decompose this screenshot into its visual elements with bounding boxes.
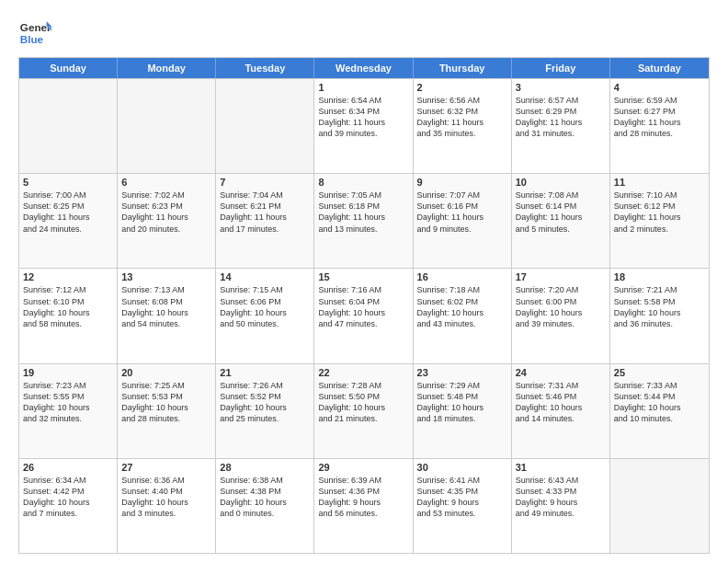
day-info: Sunrise: 6:43 AM Sunset: 4:33 PM Dayligh… <box>516 475 606 520</box>
cal-cell: 4Sunrise: 6:59 AM Sunset: 6:27 PM Daylig… <box>610 79 709 173</box>
day-info: Sunrise: 7:18 AM Sunset: 6:02 PM Dayligh… <box>417 284 507 329</box>
cal-cell <box>216 79 314 173</box>
day-info: Sunrise: 7:00 AM Sunset: 6:25 PM Dayligh… <box>23 190 113 235</box>
page: General Blue SundayMondayTuesdayWednesda… <box>0 0 728 563</box>
logo: General Blue <box>18 15 51 48</box>
day-number: 15 <box>318 271 408 282</box>
cal-cell: 2Sunrise: 6:56 AM Sunset: 6:32 PM Daylig… <box>414 79 512 173</box>
cal-cell: 7Sunrise: 7:04 AM Sunset: 6:21 PM Daylig… <box>216 174 314 268</box>
day-number: 16 <box>417 271 507 282</box>
day-info: Sunrise: 6:39 AM Sunset: 4:36 PM Dayligh… <box>318 475 408 520</box>
day-number: 31 <box>516 462 606 473</box>
header-day-sunday: Sunday <box>19 58 118 78</box>
cal-cell: 14Sunrise: 7:15 AM Sunset: 6:06 PM Dayli… <box>216 269 314 362</box>
day-number: 4 <box>614 82 705 93</box>
cal-cell <box>610 459 709 553</box>
day-info: Sunrise: 7:31 AM Sunset: 5:46 PM Dayligh… <box>516 380 606 425</box>
day-info: Sunrise: 6:54 AM Sunset: 6:34 PM Dayligh… <box>318 95 408 140</box>
calendar-row-4: 19Sunrise: 7:23 AM Sunset: 5:55 PM Dayli… <box>19 363 709 458</box>
header-day-monday: Monday <box>118 58 216 78</box>
day-number: 20 <box>121 367 211 378</box>
day-number: 10 <box>516 177 606 188</box>
day-number: 19 <box>23 367 113 378</box>
day-info: Sunrise: 7:07 AM Sunset: 6:16 PM Dayligh… <box>417 190 507 235</box>
calendar-row-5: 26Sunrise: 6:34 AM Sunset: 4:42 PM Dayli… <box>19 458 709 553</box>
day-number: 12 <box>23 271 113 282</box>
calendar-body: 1Sunrise: 6:54 AM Sunset: 6:34 PM Daylig… <box>19 78 709 553</box>
day-number: 9 <box>417 177 507 188</box>
day-number: 3 <box>516 82 606 93</box>
day-info: Sunrise: 7:04 AM Sunset: 6:21 PM Dayligh… <box>220 190 310 235</box>
day-info: Sunrise: 7:25 AM Sunset: 5:53 PM Dayligh… <box>121 380 211 425</box>
header: General Blue <box>18 15 710 48</box>
calendar-row-3: 12Sunrise: 7:12 AM Sunset: 6:10 PM Dayli… <box>19 268 709 362</box>
cal-cell: 3Sunrise: 6:57 AM Sunset: 6:29 PM Daylig… <box>512 79 610 173</box>
day-info: Sunrise: 6:36 AM Sunset: 4:40 PM Dayligh… <box>121 475 211 520</box>
calendar: SundayMondayTuesdayWednesdayThursdayFrid… <box>18 57 710 554</box>
cal-cell: 17Sunrise: 7:20 AM Sunset: 6:00 PM Dayli… <box>512 269 610 362</box>
day-info: Sunrise: 7:26 AM Sunset: 5:52 PM Dayligh… <box>220 380 310 425</box>
day-number: 1 <box>318 82 408 93</box>
cal-cell: 19Sunrise: 7:23 AM Sunset: 5:55 PM Dayli… <box>19 364 118 458</box>
day-info: Sunrise: 7:05 AM Sunset: 6:18 PM Dayligh… <box>318 190 408 235</box>
cal-cell: 10Sunrise: 7:08 AM Sunset: 6:14 PM Dayli… <box>512 174 610 268</box>
header-day-saturday: Saturday <box>610 58 709 78</box>
cal-cell <box>118 79 216 173</box>
day-number: 2 <box>417 82 507 93</box>
header-day-friday: Friday <box>512 58 610 78</box>
cal-cell: 16Sunrise: 7:18 AM Sunset: 6:02 PM Dayli… <box>414 269 512 362</box>
day-info: Sunrise: 7:16 AM Sunset: 6:04 PM Dayligh… <box>318 284 408 329</box>
day-info: Sunrise: 7:10 AM Sunset: 6:12 PM Dayligh… <box>614 190 705 235</box>
day-number: 30 <box>417 462 507 473</box>
cal-cell: 21Sunrise: 7:26 AM Sunset: 5:52 PM Dayli… <box>216 364 314 458</box>
day-info: Sunrise: 6:38 AM Sunset: 4:38 PM Dayligh… <box>220 475 310 520</box>
day-number: 14 <box>220 271 310 282</box>
cal-cell: 28Sunrise: 6:38 AM Sunset: 4:38 PM Dayli… <box>216 459 314 553</box>
day-number: 5 <box>23 177 113 188</box>
day-info: Sunrise: 7:21 AM Sunset: 5:58 PM Dayligh… <box>614 284 705 329</box>
cal-cell: 1Sunrise: 6:54 AM Sunset: 6:34 PM Daylig… <box>314 79 413 173</box>
day-info: Sunrise: 6:41 AM Sunset: 4:35 PM Dayligh… <box>417 475 507 520</box>
cal-cell: 29Sunrise: 6:39 AM Sunset: 4:36 PM Dayli… <box>314 459 413 553</box>
day-info: Sunrise: 7:15 AM Sunset: 6:06 PM Dayligh… <box>220 284 310 329</box>
day-number: 18 <box>614 271 705 282</box>
day-number: 24 <box>516 367 606 378</box>
day-number: 8 <box>318 177 408 188</box>
day-number: 7 <box>220 177 310 188</box>
cal-cell: 6Sunrise: 7:02 AM Sunset: 6:23 PM Daylig… <box>118 174 216 268</box>
cal-cell: 12Sunrise: 7:12 AM Sunset: 6:10 PM Dayli… <box>19 269 118 362</box>
cal-cell: 30Sunrise: 6:41 AM Sunset: 4:35 PM Dayli… <box>414 459 512 553</box>
day-info: Sunrise: 6:56 AM Sunset: 6:32 PM Dayligh… <box>417 95 507 140</box>
cal-cell: 27Sunrise: 6:36 AM Sunset: 4:40 PM Dayli… <box>118 459 216 553</box>
day-info: Sunrise: 6:34 AM Sunset: 4:42 PM Dayligh… <box>23 475 113 520</box>
cal-cell: 9Sunrise: 7:07 AM Sunset: 6:16 PM Daylig… <box>414 174 512 268</box>
header-day-thursday: Thursday <box>414 58 512 78</box>
cal-cell: 20Sunrise: 7:25 AM Sunset: 5:53 PM Dayli… <box>118 364 216 458</box>
cal-cell: 18Sunrise: 7:21 AM Sunset: 5:58 PM Dayli… <box>610 269 709 362</box>
day-info: Sunrise: 7:20 AM Sunset: 6:00 PM Dayligh… <box>516 284 606 329</box>
day-number: 21 <box>220 367 310 378</box>
logo-icon: General Blue <box>18 15 51 48</box>
day-number: 28 <box>220 462 310 473</box>
day-info: Sunrise: 6:57 AM Sunset: 6:29 PM Dayligh… <box>516 95 606 140</box>
day-number: 6 <box>121 177 211 188</box>
day-info: Sunrise: 7:12 AM Sunset: 6:10 PM Dayligh… <box>23 284 113 329</box>
day-info: Sunrise: 7:28 AM Sunset: 5:50 PM Dayligh… <box>318 380 408 425</box>
day-number: 25 <box>614 367 705 378</box>
calendar-row-2: 5Sunrise: 7:00 AM Sunset: 6:25 PM Daylig… <box>19 173 709 268</box>
header-day-wednesday: Wednesday <box>314 58 413 78</box>
cal-cell <box>19 79 118 173</box>
cal-cell: 26Sunrise: 6:34 AM Sunset: 4:42 PM Dayli… <box>19 459 118 553</box>
day-number: 11 <box>614 177 705 188</box>
cal-cell: 13Sunrise: 7:13 AM Sunset: 6:08 PM Dayli… <box>118 269 216 362</box>
day-info: Sunrise: 7:29 AM Sunset: 5:48 PM Dayligh… <box>417 380 507 425</box>
day-number: 26 <box>23 462 113 473</box>
day-number: 29 <box>318 462 408 473</box>
cal-cell: 23Sunrise: 7:29 AM Sunset: 5:48 PM Dayli… <box>414 364 512 458</box>
cal-cell: 15Sunrise: 7:16 AM Sunset: 6:04 PM Dayli… <box>314 269 413 362</box>
cal-cell: 8Sunrise: 7:05 AM Sunset: 6:18 PM Daylig… <box>314 174 413 268</box>
day-info: Sunrise: 7:02 AM Sunset: 6:23 PM Dayligh… <box>121 190 211 235</box>
header-day-tuesday: Tuesday <box>216 58 314 78</box>
svg-text:Blue: Blue <box>20 33 44 45</box>
day-info: Sunrise: 7:13 AM Sunset: 6:08 PM Dayligh… <box>121 284 211 329</box>
